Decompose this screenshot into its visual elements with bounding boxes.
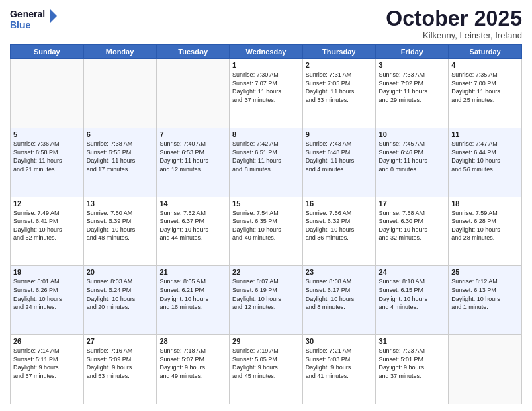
calendar-week-row: 19Sunrise: 8:01 AM Sunset: 6:26 PM Dayli… xyxy=(11,266,522,335)
calendar-cell: 26Sunrise: 7:14 AM Sunset: 5:11 PM Dayli… xyxy=(11,335,84,404)
day-info: Sunrise: 7:16 AM Sunset: 5:09 PM Dayligh… xyxy=(87,347,154,380)
page: General Blue October 2025 Kilkenny, Lein… xyxy=(0,0,532,411)
day-info: Sunrise: 7:49 AM Sunset: 6:41 PM Dayligh… xyxy=(13,209,81,242)
day-info: Sunrise: 7:42 AM Sunset: 6:51 PM Dayligh… xyxy=(232,140,300,173)
day-number: 5 xyxy=(13,130,81,138)
day-info: Sunrise: 7:50 AM Sunset: 6:39 PM Dayligh… xyxy=(87,209,154,242)
weekday-header-row: SundayMondayTuesdayWednesdayThursdayFrid… xyxy=(11,45,522,59)
day-info: Sunrise: 7:18 AM Sunset: 5:07 PM Dayligh… xyxy=(159,347,226,380)
calendar-cell: 27Sunrise: 7:16 AM Sunset: 5:09 PM Dayli… xyxy=(83,335,157,404)
calendar-week-row: 5Sunrise: 7:36 AM Sunset: 6:58 PM Daylig… xyxy=(11,128,522,197)
day-info: Sunrise: 7:56 AM Sunset: 6:32 PM Dayligh… xyxy=(306,209,373,242)
day-info: Sunrise: 7:36 AM Sunset: 6:58 PM Dayligh… xyxy=(13,140,81,173)
calendar-cell: 30Sunrise: 7:21 AM Sunset: 5:03 PM Dayli… xyxy=(302,335,375,404)
day-info: Sunrise: 8:10 AM Sunset: 6:15 PM Dayligh… xyxy=(379,277,446,311)
day-number: 11 xyxy=(451,130,519,138)
calendar-week-row: 12Sunrise: 7:49 AM Sunset: 6:41 PM Dayli… xyxy=(11,197,522,266)
day-info: Sunrise: 7:59 AM Sunset: 6:28 PM Dayligh… xyxy=(451,209,519,242)
day-number: 25 xyxy=(451,268,519,276)
calendar-week-row: 26Sunrise: 7:14 AM Sunset: 5:11 PM Dayli… xyxy=(11,335,522,404)
day-number: 13 xyxy=(87,199,154,208)
calendar-cell: 2Sunrise: 7:31 AM Sunset: 7:05 PM Daylig… xyxy=(302,59,375,128)
day-info: Sunrise: 7:35 AM Sunset: 7:00 PM Dayligh… xyxy=(451,71,519,104)
calendar-cell: 21Sunrise: 8:05 AM Sunset: 6:21 PM Dayli… xyxy=(157,266,230,335)
calendar-cell: 16Sunrise: 7:56 AM Sunset: 6:32 PM Dayli… xyxy=(302,197,375,266)
calendar-cell: 18Sunrise: 7:59 AM Sunset: 6:28 PM Dayli… xyxy=(449,197,522,266)
svg-marker-2 xyxy=(50,9,57,23)
day-info: Sunrise: 8:12 AM Sunset: 6:13 PM Dayligh… xyxy=(451,277,519,311)
calendar-cell: 12Sunrise: 7:49 AM Sunset: 6:41 PM Dayli… xyxy=(11,197,84,266)
day-info: Sunrise: 7:40 AM Sunset: 6:53 PM Dayligh… xyxy=(159,140,226,173)
header: General Blue October 2025 Kilkenny, Lein… xyxy=(10,7,522,40)
day-number: 12 xyxy=(13,199,81,208)
calendar-cell: 6Sunrise: 7:38 AM Sunset: 6:55 PM Daylig… xyxy=(83,128,157,197)
calendar-cell: 13Sunrise: 7:50 AM Sunset: 6:39 PM Dayli… xyxy=(83,197,157,266)
day-info: Sunrise: 7:31 AM Sunset: 7:05 PM Dayligh… xyxy=(306,71,373,104)
calendar-cell: 17Sunrise: 7:58 AM Sunset: 6:30 PM Dayli… xyxy=(375,197,449,266)
calendar-cell: 10Sunrise: 7:45 AM Sunset: 6:46 PM Dayli… xyxy=(375,128,449,197)
calendar: SundayMondayTuesdayWednesdayThursdayFrid… xyxy=(10,44,522,404)
month-title: October 2025 xyxy=(386,7,522,30)
calendar-cell: 7Sunrise: 7:40 AM Sunset: 6:53 PM Daylig… xyxy=(157,128,230,197)
calendar-cell: 4Sunrise: 7:35 AM Sunset: 7:00 PM Daylig… xyxy=(449,59,522,128)
calendar-cell: 5Sunrise: 7:36 AM Sunset: 6:58 PM Daylig… xyxy=(11,128,84,197)
weekday-header: Thursday xyxy=(302,45,375,59)
weekday-header: Wednesday xyxy=(230,45,303,59)
day-number: 16 xyxy=(306,199,373,208)
day-number: 24 xyxy=(379,268,446,276)
calendar-cell: 3Sunrise: 7:33 AM Sunset: 7:02 PM Daylig… xyxy=(375,59,449,128)
calendar-cell xyxy=(11,59,84,128)
day-number: 2 xyxy=(306,61,373,69)
calendar-cell: 28Sunrise: 7:18 AM Sunset: 5:07 PM Dayli… xyxy=(157,335,230,404)
day-info: Sunrise: 8:01 AM Sunset: 6:26 PM Dayligh… xyxy=(13,277,81,311)
day-number: 28 xyxy=(159,337,226,345)
day-number: 31 xyxy=(379,337,446,345)
day-info: Sunrise: 8:03 AM Sunset: 6:24 PM Dayligh… xyxy=(87,277,154,311)
day-number: 15 xyxy=(232,199,300,208)
day-info: Sunrise: 8:08 AM Sunset: 6:17 PM Dayligh… xyxy=(306,277,373,311)
day-number: 23 xyxy=(306,268,373,276)
subtitle: Kilkenny, Leinster, Ireland xyxy=(386,30,522,40)
calendar-cell: 9Sunrise: 7:43 AM Sunset: 6:48 PM Daylig… xyxy=(302,128,375,197)
day-info: Sunrise: 7:58 AM Sunset: 6:30 PM Dayligh… xyxy=(379,209,446,242)
calendar-cell: 19Sunrise: 8:01 AM Sunset: 6:26 PM Dayli… xyxy=(11,266,84,335)
day-info: Sunrise: 7:21 AM Sunset: 5:03 PM Dayligh… xyxy=(306,347,373,380)
day-info: Sunrise: 7:47 AM Sunset: 6:44 PM Dayligh… xyxy=(451,140,519,173)
day-number: 29 xyxy=(232,337,300,345)
day-number: 21 xyxy=(159,268,226,276)
calendar-cell: 1Sunrise: 7:30 AM Sunset: 7:07 PM Daylig… xyxy=(230,59,303,128)
day-info: Sunrise: 8:07 AM Sunset: 6:19 PM Dayligh… xyxy=(232,277,300,311)
day-info: Sunrise: 7:19 AM Sunset: 5:05 PM Dayligh… xyxy=(232,347,300,380)
day-number: 4 xyxy=(451,61,519,69)
day-info: Sunrise: 7:30 AM Sunset: 7:07 PM Dayligh… xyxy=(232,71,300,104)
logo: General Blue xyxy=(10,7,57,32)
weekday-header: Monday xyxy=(83,45,157,59)
calendar-cell: 31Sunrise: 7:23 AM Sunset: 5:01 PM Dayli… xyxy=(375,335,449,404)
day-number: 10 xyxy=(379,130,446,138)
day-number: 19 xyxy=(13,268,81,276)
calendar-cell: 20Sunrise: 8:03 AM Sunset: 6:24 PM Dayli… xyxy=(83,266,157,335)
day-info: Sunrise: 8:05 AM Sunset: 6:21 PM Dayligh… xyxy=(159,277,226,311)
logo-svg: General Blue xyxy=(10,7,57,32)
svg-text:Blue: Blue xyxy=(10,19,31,30)
calendar-cell: 23Sunrise: 8:08 AM Sunset: 6:17 PM Dayli… xyxy=(302,266,375,335)
weekday-header: Sunday xyxy=(11,45,84,59)
day-number: 6 xyxy=(87,130,154,138)
day-number: 9 xyxy=(306,130,373,138)
calendar-cell: 29Sunrise: 7:19 AM Sunset: 5:05 PM Dayli… xyxy=(230,335,303,404)
day-info: Sunrise: 7:38 AM Sunset: 6:55 PM Dayligh… xyxy=(87,140,154,173)
day-number: 7 xyxy=(159,130,226,138)
calendar-cell: 14Sunrise: 7:52 AM Sunset: 6:37 PM Dayli… xyxy=(157,197,230,266)
day-number: 18 xyxy=(451,199,519,208)
title-block: October 2025 Kilkenny, Leinster, Ireland xyxy=(386,7,522,40)
day-number: 8 xyxy=(232,130,300,138)
day-number: 1 xyxy=(232,61,300,69)
day-number: 30 xyxy=(306,337,373,345)
calendar-cell: 11Sunrise: 7:47 AM Sunset: 6:44 PM Dayli… xyxy=(449,128,522,197)
day-number: 3 xyxy=(379,61,446,69)
svg-text:General: General xyxy=(10,9,45,19)
day-number: 20 xyxy=(87,268,154,276)
calendar-cell: 8Sunrise: 7:42 AM Sunset: 6:51 PM Daylig… xyxy=(230,128,303,197)
day-info: Sunrise: 7:45 AM Sunset: 6:46 PM Dayligh… xyxy=(379,140,446,173)
calendar-cell xyxy=(83,59,157,128)
